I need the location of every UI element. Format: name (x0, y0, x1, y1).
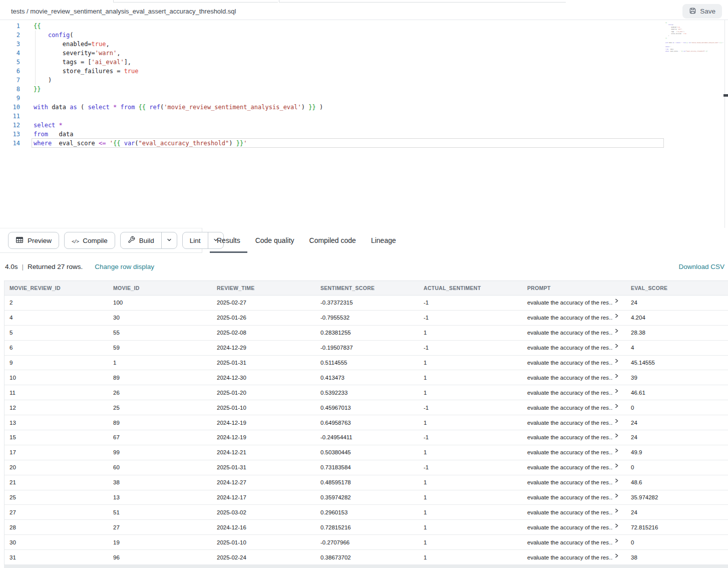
cell-movie_id: 13 (108, 490, 212, 505)
expand-prompt-icon[interactable] (614, 553, 619, 558)
expand-prompt-icon[interactable] (614, 478, 619, 483)
cell-eval_score: 0 (626, 460, 728, 475)
line-content: enabled=true, (34, 40, 110, 49)
cell-movie_review_id: 9 (5, 356, 108, 370)
expand-prompt-icon[interactable] (614, 389, 619, 393)
expand-prompt-icon[interactable] (614, 419, 619, 423)
table-row: 31962025-02-240.386737021evaluate the ac… (5, 550, 728, 565)
cell-sentiment_score: -0.19507837 (315, 341, 419, 355)
expand-prompt-icon[interactable] (614, 433, 619, 438)
build-dropdown-toggle[interactable] (162, 232, 177, 248)
preview-button-main[interactable]: Preview (9, 232, 59, 248)
prompt-text: evaluate the accuracy of the res… (527, 479, 612, 485)
expand-prompt-icon[interactable] (614, 448, 619, 453)
line-number: 2 (0, 31, 20, 40)
lint-button-main[interactable]: Lint (183, 232, 208, 248)
expand-prompt-icon[interactable] (614, 508, 619, 513)
cell-movie_id: 19 (108, 535, 212, 549)
table-row: 15672024-12-19-0.24954411-1evaluate the … (5, 430, 728, 445)
build-button-main[interactable]: Build (121, 232, 161, 248)
expand-prompt-icon[interactable] (614, 538, 619, 543)
change-row-display-link[interactable]: Change row display (95, 263, 154, 270)
expand-prompt-icon[interactable] (614, 523, 619, 528)
preview-button[interactable]: Preview (8, 232, 59, 249)
cell-review_time: 2024-12-21 (212, 445, 315, 460)
line-number: 10 (0, 103, 20, 112)
column-header-review_time: REVIEW_TIME (212, 281, 315, 295)
prompt-cell: evaluate the accuracy of the res… (527, 389, 619, 397)
expand-prompt-icon[interactable] (614, 344, 619, 348)
line-number: 9 (0, 94, 20, 103)
cell-actual_sentiment: 1 (419, 520, 522, 534)
cell-movie_id: 59 (108, 341, 212, 355)
cell-review_time: 2025-01-31 (212, 460, 315, 475)
line-content: severity='warn', (34, 49, 120, 58)
cell-eval_score: 48.6 (626, 475, 728, 490)
cell-review_time: 2025-01-20 (212, 385, 315, 400)
expand-prompt-icon[interactable] (614, 374, 619, 378)
prompt-cell: evaluate the accuracy of the res… (527, 344, 619, 352)
cell-sentiment_score: 0.28381255 (315, 326, 419, 340)
cell-sentiment_score: 0.72815216 (315, 520, 419, 534)
cell-sentiment_score: 0.35974282 (315, 490, 419, 505)
cell-sentiment_score: -0.24954411 (315, 430, 419, 445)
build-button[interactable]: Build (120, 232, 177, 249)
expand-prompt-icon[interactable] (614, 314, 619, 318)
prompt-cell: evaluate the accuracy of the res… (527, 359, 619, 367)
table-header-row: MOVIE_REVIEW_IDMOVIE_IDREVIEW_TIMESENTIM… (5, 280, 728, 296)
line-number: 4 (0, 49, 20, 58)
table-row: 12252025-01-100.45967013-1evaluate the a… (5, 400, 728, 415)
tab-lineage[interactable]: Lineage (371, 228, 396, 253)
ide-window: tests / movie_review_sentiment_analysis_… (0, 0, 728, 568)
cell-review_time: 2024-12-27 (212, 475, 315, 490)
table-row: 28272024-12-160.728152161evaluate the ac… (5, 520, 728, 535)
cell-eval_score: 24 (626, 430, 728, 445)
cell-movie_review_id: 28 (5, 520, 108, 534)
cell-sentiment_score: 0.38673702 (315, 550, 419, 564)
expand-prompt-icon[interactable] (614, 359, 619, 363)
download-csv-link[interactable]: Download CSV (678, 263, 724, 270)
editor-scrollbar-thumb[interactable] (723, 94, 728, 97)
cell-prompt: evaluate the accuracy of the res… (522, 400, 626, 415)
cell-prompt: evaluate the accuracy of the res… (522, 520, 626, 534)
cell-prompt: evaluate the accuracy of the res… (522, 296, 626, 310)
cell-eval_score: 0 (626, 400, 728, 415)
table-row: 17992024-12-210.503804451evaluate the ac… (5, 445, 728, 460)
cell-movie_review_id: 10 (5, 370, 108, 385)
cell-prompt: evaluate the accuracy of the res… (522, 311, 626, 325)
expand-prompt-icon[interactable] (614, 329, 619, 333)
toolbar-buttons: Preview</>CompileBuildLint (8, 232, 224, 249)
code-line: 6 store_failures = true (0, 67, 664, 76)
expand-prompt-icon[interactable] (614, 493, 619, 498)
table-row: 13892024-12-190.649587631evaluate the ac… (5, 415, 728, 430)
expand-prompt-icon[interactable] (614, 404, 619, 408)
table-row: 11262025-01-200.53922331evaluate the acc… (5, 385, 728, 400)
prompt-text: evaluate the accuracy of the res… (527, 464, 612, 470)
compile-button-main[interactable]: </>Compile (65, 232, 115, 248)
prompt-cell: evaluate the accuracy of the res… (527, 404, 619, 412)
cell-movie_id: 100 (108, 296, 212, 310)
cell-movie_id: 51 (108, 505, 212, 519)
expand-prompt-icon[interactable] (614, 463, 619, 468)
expand-prompt-icon[interactable] (614, 299, 619, 303)
line-content: {{ (34, 22, 41, 31)
horizontal-scrollbar-track[interactable] (4, 565, 728, 568)
save-button[interactable]: Save (682, 4, 722, 19)
cell-prompt: evaluate the accuracy of the res… (522, 341, 626, 355)
cell-actual_sentiment: -1 (419, 296, 522, 310)
table-row: 20602025-01-310.73183584-1evaluate the a… (5, 460, 728, 475)
prompt-cell: evaluate the accuracy of the res… (527, 538, 619, 546)
cell-actual_sentiment: 1 (419, 415, 522, 430)
editor-code[interactable]: 1{{2 config(3 enabled=true,4 severity='w… (0, 22, 664, 148)
tab-compiled-code[interactable]: Compiled code (309, 228, 356, 253)
cell-review_time: 2024-12-19 (212, 415, 315, 430)
editor-minimap[interactable]: {{ config( enabled=true, severity='warn'… (665, 22, 724, 53)
line-content: ) (34, 76, 52, 85)
tab-results[interactable]: Results (217, 228, 240, 253)
cell-sentiment_score: -0.2707966 (315, 535, 419, 549)
compile-button[interactable]: </>Compile (64, 232, 115, 249)
tab-code-quality[interactable]: Code quality (255, 228, 294, 253)
line-content: with data as ( select * from {{ ref('mov… (34, 103, 323, 112)
query-status: 4.0s | Returned 27 rows. Change row disp… (5, 253, 154, 280)
download-csv-container: Download CSV (678, 253, 724, 280)
